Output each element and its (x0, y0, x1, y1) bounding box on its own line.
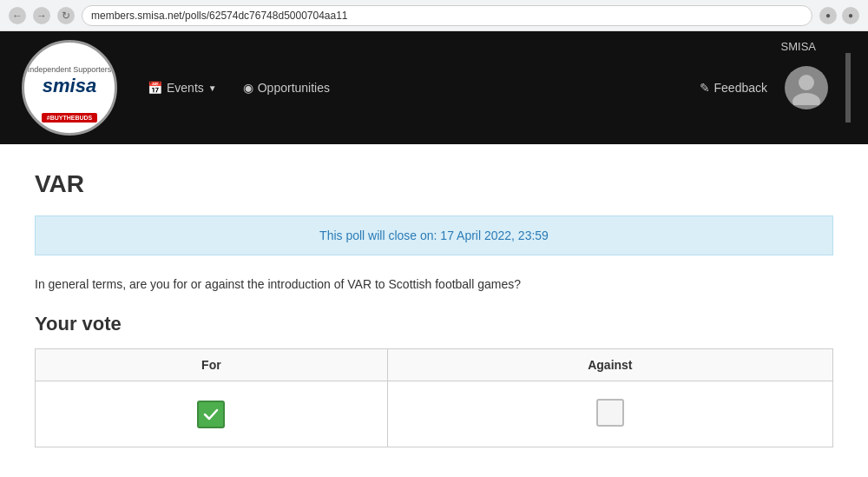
feedback-nav-item[interactable]: ✎ Feedback (700, 81, 767, 95)
nav-right: ✎ Feedback (700, 53, 851, 123)
back-button[interactable]: ← (9, 7, 26, 24)
user-avatar[interactable] (785, 66, 828, 109)
nav-links: 📅 Events ▼ ◉ Opportunities (148, 81, 700, 95)
table-header-row: For Against (36, 349, 833, 381)
svg-point-1 (792, 93, 820, 105)
events-label: Events (167, 81, 204, 95)
url-bar[interactable]: members.smisa.net/polls/62574dc76748d500… (82, 5, 812, 26)
col-header-against: Against (387, 349, 832, 381)
logo-smisa-text: smisa (43, 75, 96, 97)
poll-notice-banner: This poll will close on: 17 April 2022, … (35, 215, 833, 255)
map-pin-icon: ◉ (243, 81, 253, 95)
vote-table: For Against (35, 348, 833, 447)
events-nav-item[interactable]: 📅 Events ▼ (148, 81, 217, 95)
opportunities-label: Opportunities (258, 81, 330, 95)
vote-for-checkbox[interactable] (197, 401, 225, 428)
extension-icon-1[interactable]: ● (819, 7, 837, 24)
vote-against-cell (387, 381, 832, 447)
events-dropdown-arrow: ▼ (208, 83, 217, 93)
feedback-label: Feedback (714, 81, 767, 95)
refresh-button[interactable]: ↻ (57, 7, 75, 24)
logo-container[interactable]: Independent Supporters smisa #BUYTHEBUDS… (17, 36, 122, 140)
extension-icon-2[interactable]: ● (842, 7, 859, 24)
forward-button[interactable]: → (33, 7, 50, 24)
top-navigation: SMISA Independent Supporters smisa #BUYT… (0, 31, 868, 144)
poll-notice-text: This poll will close on: 17 April 2022, … (319, 229, 549, 242)
main-content: VAR This poll will close on: 17 April 20… (0, 144, 868, 477)
logo-badge: #BUYTHEBUDS (42, 113, 98, 123)
page-title: VAR (35, 170, 833, 198)
smisa-user-label: SMISA (781, 40, 816, 53)
smisa-logo: Independent Supporters smisa #BUYTHEBUDS… (22, 40, 117, 136)
browser-chrome: ← → ↻ members.smisa.net/polls/62574dc767… (0, 0, 868, 31)
your-vote-heading: Your vote (35, 313, 833, 335)
opportunities-nav-item[interactable]: ◉ Opportunities (243, 81, 330, 95)
calendar-icon: 📅 (148, 81, 162, 95)
url-text: members.smisa.net/polls/62574dc76748d500… (91, 10, 348, 22)
feedback-icon: ✎ (700, 81, 710, 95)
poll-question: In general terms, are you for or against… (35, 277, 833, 291)
vote-against-checkbox[interactable] (596, 399, 624, 427)
vote-for-cell (36, 381, 388, 447)
table-vote-row (36, 381, 833, 447)
col-header-for: For (36, 349, 388, 381)
nav-right-edge (845, 53, 851, 123)
svg-point-0 (799, 75, 814, 90)
